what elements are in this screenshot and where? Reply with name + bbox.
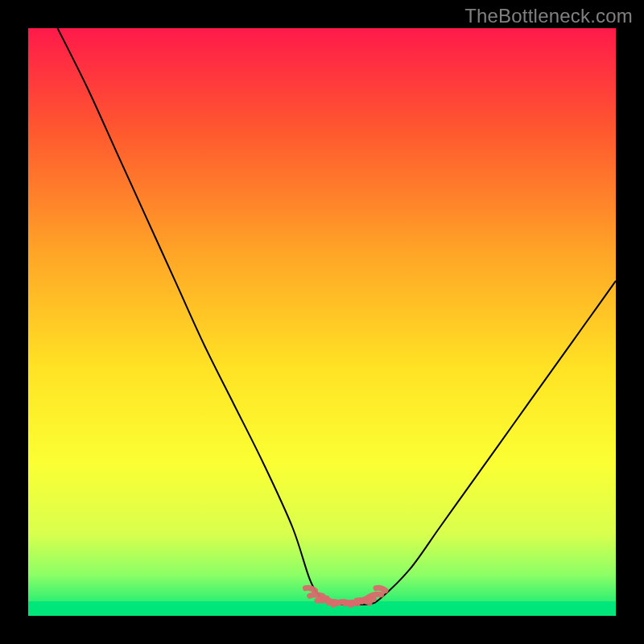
watermark-text: TheBottleneck.com <box>464 5 633 27</box>
marker-segment <box>376 588 386 590</box>
gradient-background <box>28 28 616 616</box>
chart-svg <box>28 28 616 616</box>
chart-frame: TheBottleneck.com <box>0 0 644 644</box>
plot-area <box>28 28 616 616</box>
marker-segment <box>369 594 382 597</box>
marker-segment <box>305 588 315 590</box>
bottom-green-band <box>28 601 616 616</box>
